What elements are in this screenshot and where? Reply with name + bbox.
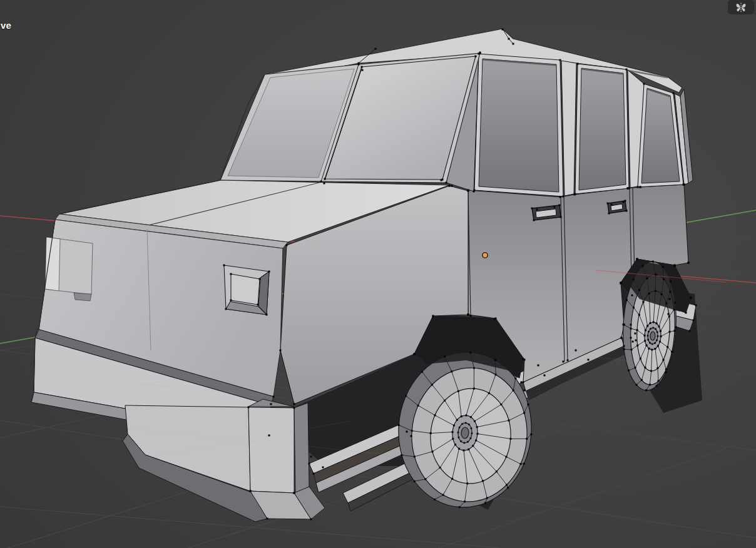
- mirror-butterfly-icon: [735, 2, 747, 13]
- blender-3d-viewport[interactable]: ve: [0, 0, 756, 548]
- door-handle-rear: [608, 201, 626, 213]
- object-origin-dot[interactable]: [482, 252, 488, 258]
- window-middle-glass: [579, 68, 626, 190]
- bumper-corner-post: [248, 407, 294, 493]
- window-front-glass: [479, 59, 559, 192]
- symmetry-button[interactable]: [728, 0, 754, 14]
- active-tool-text: ve: [1, 20, 11, 31]
- door-handle-front: [532, 205, 561, 220]
- right-headlight: [224, 265, 269, 315]
- viewport-canvas[interactable]: [0, 0, 756, 548]
